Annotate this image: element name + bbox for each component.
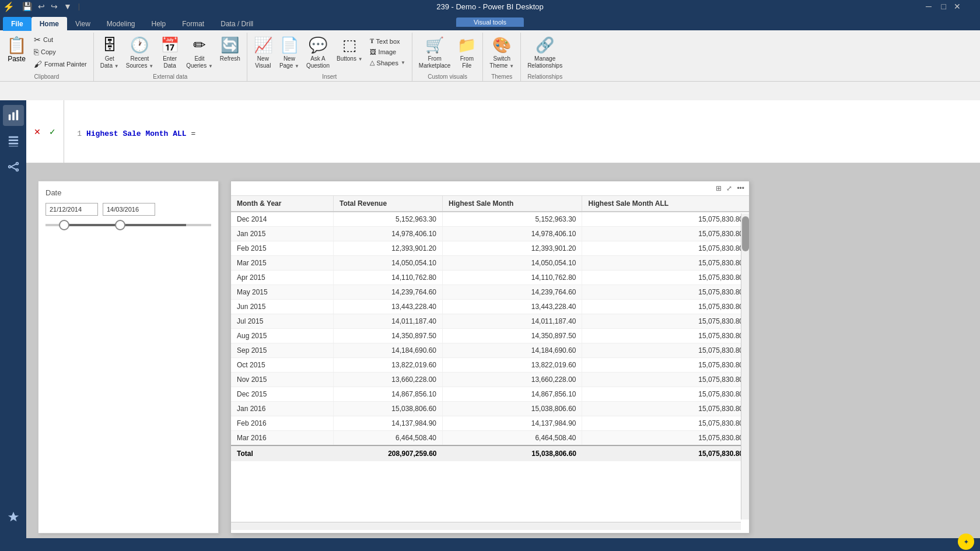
svg-rect-2 [16,110,18,120]
get-data-arrow: ▼ [114,64,119,69]
table-cell: 14,110,762.80 [333,271,442,285]
tab-home[interactable]: Home [32,17,67,31]
formula-content[interactable]: 1 Highest Sale Month ALL = 2 CALCULATE( … [64,100,980,163]
customize-btn[interactable]: ▼ [62,2,74,11]
table-cell: Aug 2015 [231,329,333,343]
slider-thumb-left[interactable] [59,220,69,230]
table-row: Jan 201514,978,406.1014,978,406.1015,075… [231,227,749,241]
ask-question-button[interactable]: 💬 Ask AQuestion [303,34,332,71]
shapes-icon: △ [370,59,374,66]
start-date-input[interactable] [46,203,98,216]
shapes-button[interactable]: △ Shapes ▼ [367,58,408,68]
data-table-container: ⊞ ⤢ ••• Month & Year Total Revenue Highe… [230,181,750,534]
table-cell: 15,075,830.80 [582,300,749,314]
svg-rect-3 [8,136,18,138]
get-data-icon: 🗄 [100,36,119,54]
col-header-highest-all: Highest Sale Month ALL [582,196,749,212]
slicer-title: Date [46,188,211,197]
edit-queries-button[interactable]: ✏ EditQueries ▼ [183,34,216,71]
ribbon-tabs: Visual tools File Home View Modeling Hel… [0,13,980,30]
svg-rect-5 [8,143,18,145]
table-row: Mar 201514,050,054.1014,050,054.1015,075… [231,256,749,271]
tab-data-drill[interactable]: Data / Drill [212,17,261,31]
table-cell: Jul 2015 [231,314,333,329]
cut-button[interactable]: ✂ Cut [31,34,90,45]
tab-help[interactable]: Help [144,17,174,31]
table-cell: 15,075,830.80 [582,256,749,271]
tab-format[interactable]: Format [174,17,212,31]
end-date-input[interactable] [103,203,155,216]
table-cell: 15,075,830.80 [582,343,749,358]
recent-sources-button[interactable]: 🕐 RecentSources ▼ [123,34,156,71]
table-cell: 15,075,830.80 [582,314,749,329]
table-cell: 14,867,856.10 [443,387,582,402]
table-cell: 14,184,690.60 [443,343,582,358]
manage-relationships-button[interactable]: 🔗 ManageRelationships [524,34,565,71]
window-close[interactable]: ✕ [952,2,963,11]
vertical-scrollbar[interactable] [741,213,749,520]
table-focus-icon[interactable]: ⊞ [715,183,723,194]
window-minimize[interactable]: ─ [924,2,933,11]
buttons-button[interactable]: ⬚ Buttons ▼ [334,34,366,64]
format-painter-button[interactable]: 🖌 Format Painter [31,58,90,70]
refresh-button[interactable]: 🔄 Refresh [217,34,243,64]
redo-btn[interactable]: ↪ [49,2,60,11]
window-maximize[interactable]: □ [940,2,948,11]
svg-point-8 [16,163,18,165]
svg-point-7 [8,166,10,168]
confirm-formula-button[interactable]: ✓ [46,125,59,138]
table-cell: 14,110,762.80 [443,271,582,285]
paste-button[interactable]: 📋 Paste [4,34,30,70]
switch-theme-button[interactable]: 🎨 SwitchTheme ▼ [487,34,517,71]
switch-theme-icon: 🎨 [492,36,511,54]
refresh-icon: 🔄 [220,36,239,54]
footer-col3: 15,075,830.80 [582,445,749,461]
table-header-row: Month & Year Total Revenue Highest Sale … [231,196,749,212]
left-sidebar [0,100,26,551]
table-cell: 5,152,963.30 [333,212,442,227]
table-row: Jun 201513,443,228.4013,443,228.4015,075… [231,300,749,314]
from-file-button[interactable]: 📁 FromFile [454,34,479,71]
scrollbar-thumb-v[interactable] [742,216,749,251]
sidebar-item-report[interactable] [3,105,24,126]
tab-file[interactable]: File [3,17,32,31]
edit-queries-arrow: ▼ [208,64,213,69]
date-range-inputs [46,203,211,216]
insert-group: 📈 NewVisual 📄 NewPage ▼ 💬 Ask AQuestion … [247,33,412,81]
sidebar-item-model[interactable] [3,156,24,177]
copy-button[interactable]: ⎘ Copy [31,46,90,58]
table-cell: 5,152,963.30 [443,212,582,227]
new-visual-button[interactable]: 📈 NewVisual [251,34,275,71]
table-cell: Oct 2015 [231,358,333,373]
formula-actions: ✕ ✓ [26,100,64,163]
tab-view[interactable]: View [67,17,99,31]
sidebar-item-data[interactable] [3,131,24,152]
table-more-icon[interactable]: ••• [736,183,746,194]
table-cell: 14,239,764.60 [443,285,582,300]
table-cell: 12,393,901.20 [443,241,582,256]
new-page-button[interactable]: 📄 NewPage ▼ [276,34,302,71]
slider-thumb-right[interactable] [115,220,125,230]
horizontal-scrollbar[interactable] [231,522,741,530]
cancel-formula-button[interactable]: ✕ [31,125,44,138]
undo-btn[interactable]: ↩ [36,2,47,11]
cut-icon: ✂ [34,35,41,44]
paste-icon: 📋 [6,36,27,55]
date-slicer: Date [38,181,219,534]
save-btn[interactable]: 💾 [20,2,34,11]
tab-modeling[interactable]: Modeling [99,17,144,31]
from-marketplace-button[interactable]: 🛒 FromMarketplace [416,34,453,71]
enter-data-button[interactable]: 📅 EnterData [158,34,182,71]
text-box-icon: 𝐓 [370,37,374,45]
table-expand-icon[interactable]: ⤢ [725,183,733,194]
table-cell: 15,075,830.80 [582,373,749,387]
image-button[interactable]: 🖼 Image [367,47,408,57]
table-row: Mar 20166,464,508.406,464,508.4015,075,8… [231,431,749,446]
get-data-button[interactable]: 🗄 GetData ▼ [97,34,122,71]
table-footer-row: Total 208,907,259.60 15,038,806.60 15,07… [231,445,749,461]
table-cell: 14,050,054.10 [333,256,442,271]
text-box-button[interactable]: 𝐓 Text box [367,36,408,46]
table-cell: 15,075,830.80 [582,416,749,431]
subscribe-icon[interactable]: ✦ [958,534,974,550]
sidebar-item-custom[interactable] [3,507,24,528]
